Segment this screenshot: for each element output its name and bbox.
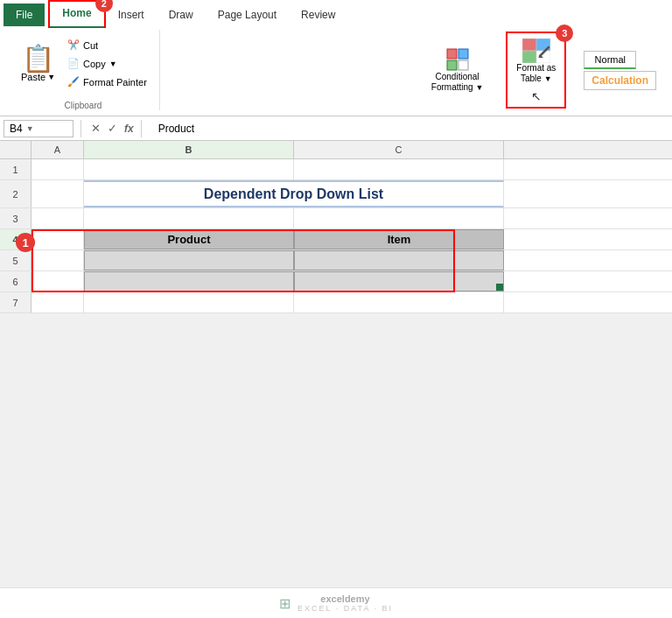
spreadsheet: A B C 1 2 Dependent Drop Down List 3	[0, 141, 672, 313]
conditional-formatting-group: ConditionalFormatting ▼	[417, 44, 498, 96]
clipboard-group: 📋 Paste ▼ ✂️ Cut 📄 Copy ▼	[7, 30, 160, 110]
conditional-formatting-label: ConditionalFormatting ▼	[431, 72, 484, 93]
format-as-table-label: Format asTable ▼	[516, 63, 556, 84]
column-headers: A B C	[0, 141, 672, 159]
table-row: 4 Product Item	[0, 229, 672, 250]
paste-icon: 📋	[22, 46, 54, 72]
table-resize-handle[interactable]	[496, 284, 503, 291]
cut-button[interactable]: ✂️ Cut	[64, 38, 150, 53]
row-header-7: 7	[0, 292, 32, 313]
cell-a7[interactable]	[32, 292, 84, 313]
row-header-6: 6	[0, 271, 32, 291]
table-row: 3	[0, 208, 672, 229]
svg-rect-5	[522, 39, 536, 51]
cell-ref-value: B4	[10, 123, 23, 135]
tab-page-layout[interactable]: Page Layout	[206, 4, 289, 26]
title-text: Dependent Drop Down List	[204, 186, 383, 202]
format-painter-button[interactable]: 🖌️ Format Painter	[64, 74, 150, 89]
col-header-a[interactable]: A	[32, 141, 84, 158]
watermark-tagline: EXCEL · DATA · BI	[298, 604, 393, 613]
conditional-formatting-icon	[445, 47, 470, 72]
paste-label: Paste ▼	[21, 72, 55, 82]
svg-rect-7	[522, 51, 536, 63]
formula-bar: B4 ▼ ✕ ✓ fx Product	[0, 116, 672, 141]
col-header-c[interactable]: C	[294, 141, 504, 158]
format-as-table-icon	[522, 39, 550, 63]
normal-style[interactable]: Normal	[584, 51, 636, 69]
table-row: 1	[0, 159, 672, 180]
watermark-logo: ⊞	[279, 595, 290, 612]
paste-button[interactable]: 📋 Paste ▼	[16, 44, 60, 84]
svg-rect-3	[458, 60, 468, 70]
table-row: 5	[0, 250, 672, 271]
formula-fx-button[interactable]: fx	[124, 123, 134, 135]
table-area: 1 4 Product Item 5 6	[0, 229, 672, 292]
cell-b6[interactable]	[84, 271, 294, 291]
cell-a5[interactable]	[32, 250, 84, 270]
cell-styles-group: Normal Calculation	[575, 51, 665, 90]
badge-1: 1	[16, 233, 35, 252]
cell-c4-item[interactable]: Item	[294, 229, 504, 249]
cell-c6[interactable]	[294, 271, 504, 291]
formula-divider-1	[80, 120, 84, 137]
format-as-table-highlighted: Format asTable ▼ 3 ↖	[506, 32, 566, 109]
ribbon-body: 📋 Paste ▼ ✂️ Cut 📄 Copy ▼	[0, 26, 672, 116]
watermark-name: exceldemy	[298, 593, 393, 604]
tab-review[interactable]: Review	[289, 4, 347, 26]
table-row: 6	[0, 271, 672, 292]
cell-b2-title[interactable]: Dependent Drop Down List	[84, 180, 504, 207]
svg-rect-0	[447, 49, 457, 59]
clipboard-small-buttons: ✂️ Cut 📄 Copy ▼ 🖌️ Format Painter	[64, 38, 150, 89]
cell-b5[interactable]	[84, 250, 294, 270]
formula-cancel-icon[interactable]: ✕	[91, 122, 101, 135]
cell-a2[interactable]	[32, 180, 84, 207]
table-row: 7	[0, 292, 672, 313]
row-header-3: 3	[0, 208, 32, 228]
watermark: ⊞ exceldemy EXCEL · DATA · BI	[0, 587, 672, 618]
format-painter-icon: 🖌️	[67, 76, 80, 88]
cell-a6[interactable]	[32, 271, 84, 291]
cut-icon: ✂️	[67, 39, 80, 51]
svg-rect-1	[458, 49, 468, 59]
item-header-text: Item	[388, 233, 411, 246]
cell-b1[interactable]	[84, 159, 294, 179]
ribbon-tabs: File Home 2 Insert Draw Page Layout Revi…	[0, 0, 672, 26]
tab-insert[interactable]: Insert	[106, 4, 157, 26]
cell-a4[interactable]	[32, 229, 84, 249]
row-header-2: 2	[0, 180, 32, 207]
formula-content: Product	[151, 123, 668, 135]
table-row: 2 Dependent Drop Down List	[0, 180, 672, 208]
cell-ref-dropdown-icon: ▼	[26, 124, 34, 133]
format-as-table-button[interactable]: Format asTable ▼	[508, 33, 564, 89]
product-header-text: Product	[167, 233, 210, 246]
cell-c3[interactable]	[294, 208, 504, 228]
copy-icon: 📄	[67, 58, 80, 69]
cell-b3[interactable]	[84, 208, 294, 228]
formula-actions: ✕ ✓ fx	[91, 122, 134, 135]
corner-cell	[0, 141, 32, 158]
cell-b7[interactable]	[84, 292, 294, 313]
svg-rect-2	[447, 60, 457, 70]
cell-b4-product[interactable]: Product	[84, 229, 294, 249]
badge-3: 3	[556, 25, 573, 42]
cell-a1[interactable]	[32, 159, 84, 179]
clipboard-label: Clipboard	[65, 101, 102, 110]
cursor-icon: ↖	[508, 89, 564, 107]
col-header-b[interactable]: B	[84, 141, 294, 158]
cell-a3[interactable]	[32, 208, 84, 228]
calculation-style[interactable]: Calculation	[584, 71, 656, 90]
formula-divider-2	[141, 120, 144, 137]
row-header-1: 1	[0, 159, 32, 179]
formula-confirm-icon[interactable]: ✓	[108, 122, 117, 135]
cell-c5[interactable]	[294, 250, 504, 270]
cell-c7[interactable]	[294, 292, 504, 313]
cell-c1[interactable]	[294, 159, 504, 179]
tab-draw[interactable]: Draw	[157, 4, 206, 26]
copy-button[interactable]: 📄 Copy ▼	[64, 56, 150, 71]
conditional-formatting-button[interactable]: ConditionalFormatting ▼	[426, 44, 489, 96]
cell-reference-box[interactable]: B4 ▼	[4, 120, 74, 137]
row-header-5: 5	[0, 250, 32, 270]
tab-file[interactable]: File	[4, 4, 45, 26]
